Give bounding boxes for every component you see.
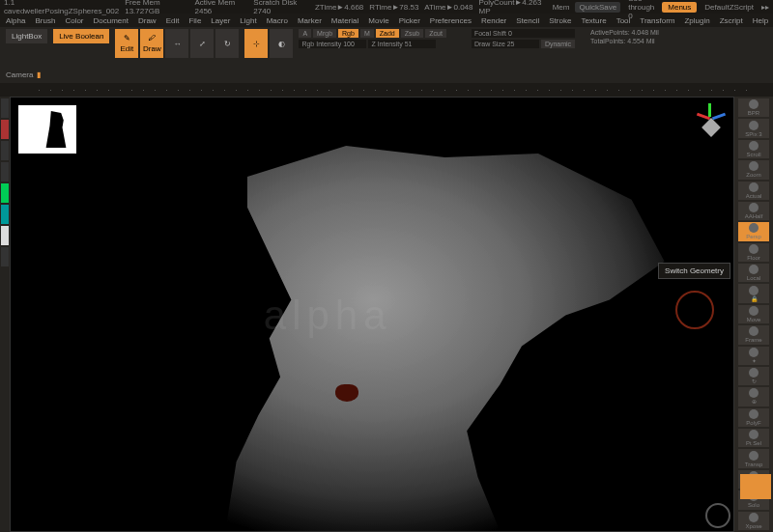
gizmo-button[interactable]: ⊹ xyxy=(244,29,268,58)
shelf-lock-button[interactable]: 🔒 xyxy=(738,284,769,302)
shelf-scroll-button[interactable]: Scroll xyxy=(738,140,769,158)
watermark: alpha xyxy=(264,293,392,339)
menu-stencil[interactable]: Stencil xyxy=(516,16,539,25)
viewport-canvas[interactable]: alpha xyxy=(10,97,734,532)
zcut-button[interactable]: Zcut xyxy=(425,29,446,38)
title-bar: 1.1 cavedwellerPosingZSpheres_002 Free M… xyxy=(0,0,773,14)
menu-alpha[interactable]: Alpha xyxy=(6,16,25,25)
settings-gear-icon[interactable] xyxy=(705,503,730,528)
swatch-white[interactable] xyxy=(1,226,9,245)
menu-help[interactable]: Help xyxy=(753,16,768,25)
menu-file[interactable]: File xyxy=(188,16,201,25)
total-points-readout: TotalPoints: 4.554 Mil xyxy=(590,38,659,44)
shelf-persp-button[interactable]: Persp xyxy=(738,222,769,240)
shelf-aahalf-button[interactable]: AAHalf xyxy=(738,202,769,220)
swatch[interactable] xyxy=(1,141,9,160)
focal-shift-slider[interactable]: Focal Shift 0 xyxy=(472,29,575,38)
camera-label[interactable]: Camera xyxy=(6,70,33,79)
shelf-bpr-button[interactable]: BPR xyxy=(738,98,769,117)
mem-label: Mem xyxy=(553,3,570,12)
zsub-button[interactable]: Zsub xyxy=(401,29,424,38)
swatch-red[interactable] xyxy=(1,120,9,139)
zadd-button[interactable]: Zadd xyxy=(376,29,399,38)
shelf-polyf-button[interactable]: PolyF xyxy=(738,408,769,427)
menus-button[interactable]: Menus xyxy=(662,2,697,13)
swatch[interactable] xyxy=(1,162,9,182)
shelf-active-button[interactable] xyxy=(740,474,771,499)
gizmo-group: ⊹ ◐ xyxy=(244,29,293,58)
menu-texture[interactable]: Texture xyxy=(581,16,606,25)
draw-size-slider[interactable]: Draw Size 25 xyxy=(472,40,539,48)
mode-group: ✎Edit 🖊Draw ↔ ⤢ ↻ xyxy=(115,29,239,58)
shelf-floor-button[interactable]: Floor xyxy=(738,243,769,262)
menu-stroke[interactable]: Stroke xyxy=(549,16,571,25)
timeline-ruler[interactable] xyxy=(0,83,773,97)
swatch[interactable] xyxy=(1,247,9,266)
shelf-move-button[interactable]: Move xyxy=(738,305,769,323)
shelf-zoom-button[interactable]: Zoom xyxy=(738,160,769,179)
menu-render[interactable]: Render xyxy=(481,16,506,25)
shelf-transp-button[interactable]: Transp xyxy=(738,449,769,467)
menu-picker[interactable]: Picker xyxy=(399,16,420,25)
menu-transform[interactable]: Transform xyxy=(640,16,674,25)
menu-tool[interactable]: Tool xyxy=(616,16,631,25)
left-color-bar xyxy=(0,97,10,532)
dynamic-button[interactable]: Dynamic xyxy=(541,40,575,48)
sculptris-button[interactable]: ◐ xyxy=(270,29,293,58)
shelf-frame-button[interactable]: Frame xyxy=(738,325,769,344)
axis-gizmo[interactable] xyxy=(695,103,728,136)
menu-preferences[interactable]: Preferences xyxy=(430,16,472,25)
project-name: 1.1 cavedwellerPosingZSpheres_002 xyxy=(4,0,119,15)
menu-movie[interactable]: Movie xyxy=(368,16,388,25)
shelf-local-button[interactable]: Local xyxy=(738,264,769,282)
axis-cube-icon[interactable] xyxy=(701,118,721,137)
shelf-rotate-button[interactable]: ↻ xyxy=(738,367,769,385)
tooltip-switch-geometry: Switch Geometry xyxy=(658,263,730,279)
menu-zplugin[interactable]: Zplugin xyxy=(684,16,709,25)
menu-light[interactable]: Light xyxy=(240,16,256,25)
menu-marker[interactable]: Marker xyxy=(298,16,322,25)
lightbox-button[interactable]: LightBox xyxy=(6,29,47,43)
menu-zscript[interactable]: Zscript xyxy=(720,16,743,25)
brush-cursor-ring xyxy=(675,291,714,329)
shelf-xpose2-button[interactable]: Xpose xyxy=(738,512,769,530)
swatch-cyan[interactable] xyxy=(1,205,9,224)
m-button[interactable]: M xyxy=(360,29,374,38)
shelf-actual-button[interactable]: Actual xyxy=(738,182,769,200)
mrgb-button[interactable]: Mrgb xyxy=(313,29,336,38)
rgb-intensity-slider[interactable]: Rgb Intensity 100 xyxy=(299,40,366,48)
axis-y-icon xyxy=(708,103,711,117)
shelf-scale-button[interactable]: ✦ xyxy=(738,347,769,365)
shelf-spix-button[interactable]: SPix 3 xyxy=(738,119,769,137)
scratch-disk: Scratch Disk 2740 xyxy=(253,0,309,15)
camera-bar: Camera ▮ xyxy=(0,66,773,83)
rgb-button[interactable]: Rgb xyxy=(338,29,358,38)
reference-thumbnail[interactable] xyxy=(18,105,76,154)
live-boolean-button[interactable]: Live Boolean xyxy=(53,29,109,43)
move-mode-button[interactable]: ↔ xyxy=(165,29,188,58)
menu-color[interactable]: Color xyxy=(65,16,83,25)
menu-material[interactable]: Material xyxy=(331,16,358,25)
menu-draw[interactable]: Draw xyxy=(138,16,157,25)
active-mem: Active Mem 2456 xyxy=(194,0,247,15)
swatch-green[interactable] xyxy=(1,183,9,203)
polycount: PolyCount►4.263 MP xyxy=(479,0,547,15)
draw-mode-button[interactable]: 🖊Draw xyxy=(140,29,163,58)
z-intensity-slider[interactable]: Z Intensity 51 xyxy=(368,40,436,48)
default-zscript[interactable]: DefaultZScript xyxy=(704,3,754,12)
rotate-mode-button[interactable]: ↻ xyxy=(215,29,239,58)
scale-mode-button[interactable]: ⤢ xyxy=(190,29,214,58)
quicksave-button[interactable]: QuickSave xyxy=(575,2,620,13)
menu-document[interactable]: Document xyxy=(94,16,129,25)
timeline-key-icon[interactable]: ▮ xyxy=(37,70,41,79)
collapse-icon[interactable]: ▸▸ xyxy=(761,3,769,12)
menu-layer[interactable]: Layer xyxy=(211,16,230,25)
menu-edit[interactable]: Edit xyxy=(166,16,180,25)
edit-mode-button[interactable]: ✎Edit xyxy=(115,29,138,58)
shelf-xpose-button[interactable]: ⊕ xyxy=(738,387,769,406)
menu-macro[interactable]: Macro xyxy=(267,16,288,25)
menu-brush[interactable]: Brush xyxy=(35,16,55,25)
shelf-pt-sel-button[interactable]: Pt Sel xyxy=(738,429,769,447)
a-toggle[interactable]: A xyxy=(299,29,311,38)
swatch[interactable] xyxy=(1,98,9,118)
